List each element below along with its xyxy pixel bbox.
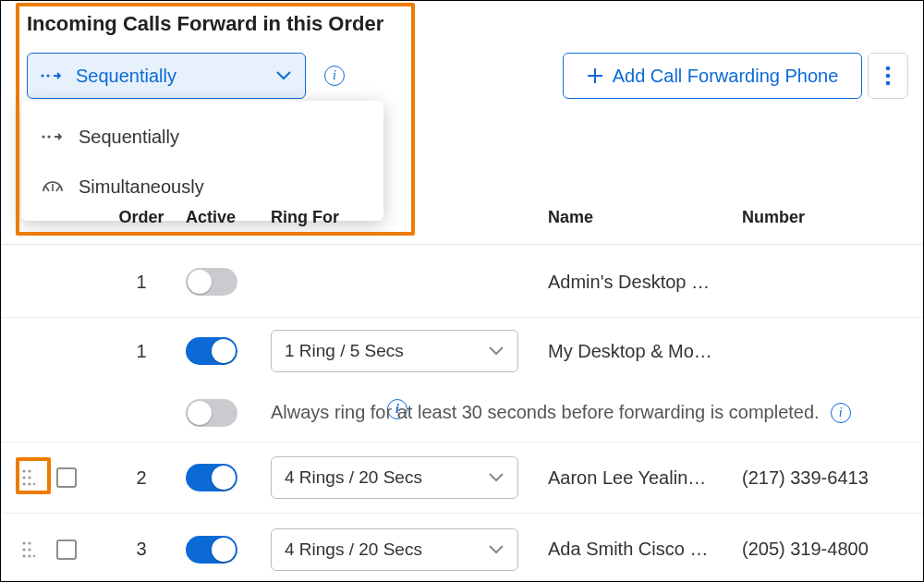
add-call-forwarding-button[interactable]: Add Call Forwarding Phone: [563, 53, 862, 99]
info-icon[interactable]: i: [831, 403, 851, 423]
order-cell: 2: [97, 467, 186, 489]
forward-mode-label: Sequentially: [76, 66, 176, 87]
name-cell: Aaron Lee Yealin…: [548, 467, 742, 489]
name-cell: Ada Smith Cisco …: [548, 539, 742, 560]
table-row: 3 4 Rings / 20 Secs Ada Smith Cisco … (2…: [1, 514, 923, 582]
always-ring-row: Always ring for at least 30 seconds befo…: [1, 383, 923, 443]
svg-point-1: [46, 74, 49, 77]
svg-point-3: [47, 135, 50, 138]
chevron-down-icon: [275, 70, 292, 81]
svg-point-8: [28, 469, 30, 472]
number-cell: (205) 319-4800: [742, 539, 923, 560]
chevron-down-icon: [488, 472, 505, 483]
drag-handle-icon[interactable]: [20, 540, 37, 559]
svg-point-7: [22, 469, 25, 472]
svg-point-9: [22, 476, 25, 479]
active-toggle[interactable]: [186, 464, 237, 491]
table-row: 1 Admin's Desktop …: [1, 247, 923, 318]
table-row: 1 1 Ring / 5 Secs My Desktop & Mo…: [1, 319, 923, 383]
table-header: Order Active Ring For i Name Number: [1, 191, 923, 245]
active-toggle[interactable]: [186, 268, 237, 296]
name-cell: Admin's Desktop …: [548, 272, 742, 293]
svg-point-20: [33, 554, 35, 556]
number-cell: (217) 339-6413: [742, 467, 923, 489]
active-toggle[interactable]: [186, 536, 237, 564]
ring-for-select[interactable]: 1 Ring / 5 Secs: [271, 330, 518, 372]
drag-handle-icon[interactable]: [20, 468, 37, 487]
forward-mode-select[interactable]: Sequentially: [27, 53, 306, 99]
svg-point-4: [886, 67, 891, 71]
svg-point-15: [28, 541, 30, 544]
order-cell: 1: [97, 341, 186, 362]
active-toggle[interactable]: [186, 337, 237, 365]
info-icon[interactable]: i: [324, 66, 345, 86]
always-ring-toggle[interactable]: [186, 399, 237, 427]
svg-point-10: [28, 476, 30, 479]
order-cell: 1: [97, 272, 186, 293]
option-sequentially[interactable]: Sequentially: [21, 112, 383, 162]
svg-point-12: [28, 482, 30, 485]
chevron-down-icon: [488, 544, 505, 555]
order-cell: 3: [97, 539, 186, 560]
chevron-down-icon: [488, 346, 505, 357]
more-actions-button[interactable]: [868, 53, 908, 99]
svg-point-5: [886, 74, 891, 79]
svg-point-16: [22, 548, 25, 551]
svg-point-18: [22, 554, 25, 557]
svg-point-6: [886, 81, 891, 86]
svg-point-17: [28, 548, 30, 551]
ring-for-select[interactable]: 4 Rings / 20 Secs: [271, 456, 518, 499]
row-checkbox[interactable]: [56, 540, 77, 560]
page-title: Incoming Calls Forward in this Order: [27, 12, 383, 36]
row-checkbox[interactable]: [56, 467, 77, 488]
svg-point-13: [33, 483, 35, 485]
ring-for-select[interactable]: 4 Rings / 20 Secs: [271, 528, 518, 571]
svg-point-14: [22, 541, 25, 544]
svg-point-19: [28, 554, 30, 557]
name-cell: My Desktop & Mo…: [548, 341, 742, 362]
table-row: 2 4 Rings / 20 Secs Aaron Lee Yealin… (2…: [1, 443, 923, 514]
svg-point-2: [42, 135, 44, 138]
svg-point-11: [22, 482, 25, 485]
svg-point-0: [41, 74, 43, 77]
